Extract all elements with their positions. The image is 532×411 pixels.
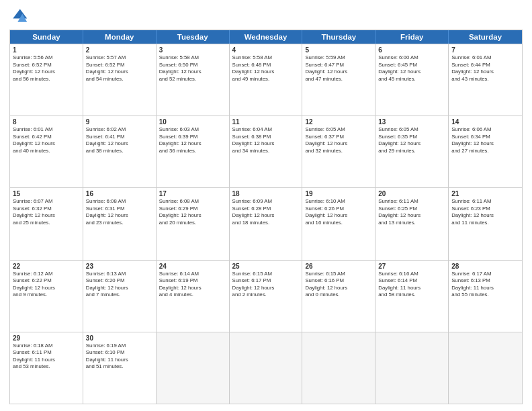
calendar-empty (230, 332, 303, 404)
day-number: 3 (159, 46, 226, 54)
day-info: Sunrise: 6:08 AM Sunset: 6:31 PM Dayligh… (86, 198, 153, 226)
day-number: 4 (232, 46, 300, 54)
calendar-day-24: 24Sunrise: 6:14 AM Sunset: 6:19 PM Dayli… (157, 261, 230, 332)
calendar-header-wednesday: Wednesday (230, 30, 303, 44)
calendar-day-2: 2Sunrise: 5:57 AM Sunset: 6:52 PM Daylig… (83, 44, 157, 116)
day-number: 24 (159, 263, 226, 270)
day-info: Sunrise: 6:17 AM Sunset: 6:13 PM Dayligh… (451, 271, 519, 299)
day-info: Sunrise: 6:18 AM Sunset: 6:11 PM Dayligh… (13, 342, 80, 371)
day-info: Sunrise: 6:15 AM Sunset: 6:16 PM Dayligh… (305, 271, 372, 299)
calendar-week-2: 8Sunrise: 6:01 AM Sunset: 6:42 PM Daylig… (10, 116, 522, 187)
calendar-day-5: 5Sunrise: 5:59 AM Sunset: 6:47 PM Daylig… (302, 44, 375, 116)
day-number: 25 (232, 263, 300, 270)
calendar-day-7: 7Sunrise: 6:01 AM Sunset: 6:44 PM Daylig… (449, 44, 522, 116)
calendar-week-1: 1Sunrise: 5:56 AM Sunset: 6:52 PM Daylig… (10, 44, 522, 116)
calendar-day-21: 21Sunrise: 6:11 AM Sunset: 6:23 PM Dayli… (449, 188, 522, 259)
calendar-day-17: 17Sunrise: 6:08 AM Sunset: 6:29 PM Dayli… (157, 188, 230, 259)
day-info: Sunrise: 6:05 AM Sunset: 6:37 PM Dayligh… (305, 126, 372, 154)
day-info: Sunrise: 5:59 AM Sunset: 6:47 PM Dayligh… (305, 54, 372, 83)
calendar-empty (375, 332, 449, 404)
day-info: Sunrise: 5:56 AM Sunset: 6:52 PM Dayligh… (13, 54, 80, 83)
day-number: 23 (86, 263, 153, 270)
day-info: Sunrise: 6:04 AM Sunset: 6:38 PM Dayligh… (232, 126, 300, 154)
day-info: Sunrise: 6:05 AM Sunset: 6:35 PM Dayligh… (378, 126, 445, 154)
calendar-day-10: 10Sunrise: 6:03 AM Sunset: 6:39 PM Dayli… (157, 116, 230, 187)
day-number: 21 (451, 190, 519, 197)
calendar-header-friday: Friday (375, 30, 449, 44)
calendar-day-27: 27Sunrise: 6:16 AM Sunset: 6:14 PM Dayli… (375, 261, 449, 332)
calendar-week-3: 15Sunrise: 6:07 AM Sunset: 6:32 PM Dayli… (10, 187, 522, 259)
day-info: Sunrise: 6:10 AM Sunset: 6:26 PM Dayligh… (305, 198, 372, 226)
calendar-day-4: 4Sunrise: 5:58 AM Sunset: 6:48 PM Daylig… (230, 44, 303, 116)
calendar-day-30: 30Sunrise: 6:19 AM Sunset: 6:10 PM Dayli… (83, 332, 157, 404)
day-info: Sunrise: 5:58 AM Sunset: 6:48 PM Dayligh… (232, 54, 300, 83)
day-info: Sunrise: 6:15 AM Sunset: 6:17 PM Dayligh… (232, 271, 300, 299)
calendar-day-19: 19Sunrise: 6:10 AM Sunset: 6:26 PM Dayli… (302, 188, 375, 259)
day-number: 11 (232, 118, 300, 126)
calendar-week-4: 22Sunrise: 6:12 AM Sunset: 6:22 PM Dayli… (10, 260, 522, 332)
calendar-empty (157, 332, 230, 404)
calendar-header-saturday: Saturday (449, 30, 522, 44)
day-number: 19 (305, 190, 372, 197)
day-number: 2 (86, 46, 153, 54)
logo (9, 7, 31, 26)
calendar-day-8: 8Sunrise: 6:01 AM Sunset: 6:42 PM Daylig… (10, 116, 83, 187)
day-number: 20 (378, 190, 445, 197)
calendar-day-6: 6Sunrise: 6:00 AM Sunset: 6:45 PM Daylig… (375, 44, 449, 116)
day-number: 26 (305, 263, 372, 270)
day-number: 5 (305, 46, 372, 54)
header (9, 7, 523, 26)
calendar-header-thursday: Thursday (302, 30, 375, 44)
svg-marker-0 (13, 9, 27, 19)
logo-icon (9, 7, 28, 26)
calendar-day-11: 11Sunrise: 6:04 AM Sunset: 6:38 PM Dayli… (230, 116, 303, 187)
day-info: Sunrise: 6:00 AM Sunset: 6:45 PM Dayligh… (378, 54, 445, 83)
calendar-day-3: 3Sunrise: 5:58 AM Sunset: 6:50 PM Daylig… (157, 44, 230, 116)
day-info: Sunrise: 6:08 AM Sunset: 6:29 PM Dayligh… (159, 198, 226, 226)
day-info: Sunrise: 6:11 AM Sunset: 6:23 PM Dayligh… (451, 198, 519, 226)
calendar-day-1: 1Sunrise: 5:56 AM Sunset: 6:52 PM Daylig… (10, 44, 83, 116)
calendar-day-15: 15Sunrise: 6:07 AM Sunset: 6:32 PM Dayli… (10, 188, 83, 259)
day-info: Sunrise: 6:02 AM Sunset: 6:41 PM Dayligh… (86, 126, 153, 154)
day-info: Sunrise: 6:07 AM Sunset: 6:32 PM Dayligh… (13, 198, 80, 226)
day-number: 18 (232, 190, 300, 197)
calendar-day-9: 9Sunrise: 6:02 AM Sunset: 6:41 PM Daylig… (83, 116, 157, 187)
day-info: Sunrise: 5:58 AM Sunset: 6:50 PM Dayligh… (159, 54, 226, 83)
calendar-header-sunday: Sunday (10, 30, 83, 44)
page: SundayMondayTuesdayWednesdayThursdayFrid… (0, 0, 532, 411)
day-info: Sunrise: 6:12 AM Sunset: 6:22 PM Dayligh… (13, 271, 80, 299)
day-number: 27 (378, 263, 445, 270)
calendar-day-16: 16Sunrise: 6:08 AM Sunset: 6:31 PM Dayli… (83, 188, 157, 259)
day-number: 14 (451, 118, 519, 126)
calendar-day-20: 20Sunrise: 6:11 AM Sunset: 6:25 PM Dayli… (375, 188, 449, 259)
calendar-header-monday: Monday (83, 30, 157, 44)
calendar-day-25: 25Sunrise: 6:15 AM Sunset: 6:17 PM Dayli… (230, 261, 303, 332)
calendar-day-22: 22Sunrise: 6:12 AM Sunset: 6:22 PM Dayli… (10, 261, 83, 332)
calendar-day-26: 26Sunrise: 6:15 AM Sunset: 6:16 PM Dayli… (302, 261, 375, 332)
calendar-week-5: 29Sunrise: 6:18 AM Sunset: 6:11 PM Dayli… (10, 332, 522, 404)
day-number: 10 (159, 118, 226, 126)
day-info: Sunrise: 6:03 AM Sunset: 6:39 PM Dayligh… (159, 126, 226, 154)
day-info: Sunrise: 6:14 AM Sunset: 6:19 PM Dayligh… (159, 271, 226, 299)
day-number: 8 (13, 118, 80, 126)
day-number: 12 (305, 118, 372, 126)
calendar-day-14: 14Sunrise: 6:06 AM Sunset: 6:34 PM Dayli… (449, 116, 522, 187)
calendar-day-12: 12Sunrise: 6:05 AM Sunset: 6:37 PM Dayli… (302, 116, 375, 187)
day-info: Sunrise: 6:01 AM Sunset: 6:44 PM Dayligh… (451, 54, 519, 83)
day-info: Sunrise: 5:57 AM Sunset: 6:52 PM Dayligh… (86, 54, 153, 83)
day-number: 28 (451, 263, 519, 270)
calendar-body: 1Sunrise: 5:56 AM Sunset: 6:52 PM Daylig… (10, 44, 522, 404)
day-number: 6 (378, 46, 445, 54)
day-number: 29 (13, 334, 80, 342)
calendar-day-23: 23Sunrise: 6:13 AM Sunset: 6:20 PM Dayli… (83, 261, 157, 332)
day-number: 9 (86, 118, 153, 126)
day-number: 17 (159, 190, 226, 197)
day-info: Sunrise: 6:11 AM Sunset: 6:25 PM Dayligh… (378, 198, 445, 226)
day-number: 7 (451, 46, 519, 54)
calendar-day-13: 13Sunrise: 6:05 AM Sunset: 6:35 PM Dayli… (375, 116, 449, 187)
day-number: 1 (13, 46, 80, 54)
day-number: 16 (86, 190, 153, 197)
day-info: Sunrise: 6:09 AM Sunset: 6:28 PM Dayligh… (232, 198, 300, 226)
calendar: SundayMondayTuesdayWednesdayThursdayFrid… (9, 30, 523, 404)
day-info: Sunrise: 6:06 AM Sunset: 6:34 PM Dayligh… (451, 126, 519, 154)
